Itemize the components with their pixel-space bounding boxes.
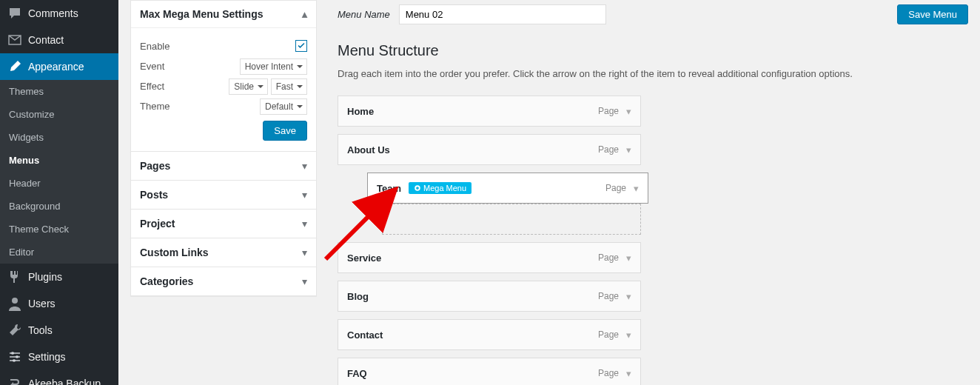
svg-point-2 [16, 355, 19, 358]
chevron-down-icon: ▾ [626, 106, 631, 117]
menu-structure-desc: Drag each item into the order you prefer… [338, 68, 968, 79]
sidebar-label: Contact [28, 34, 64, 46]
chevron-down-icon: ▾ [626, 144, 631, 155]
plug-icon [7, 270, 22, 284]
mail-icon [7, 33, 22, 47]
menu-item-home[interactable]: Home Page▾ [338, 96, 641, 127]
chevron-down-icon: ▾ [302, 160, 307, 172]
menu-item-team[interactable]: Team Mega Menu Page▾ [367, 173, 648, 204]
effect-select-2[interactable]: Fast [271, 81, 307, 92]
sidebar-sub-menus[interactable]: Menus [0, 149, 118, 172]
save-menu-button[interactable]: Save Menu [897, 4, 968, 24]
sidebar-sub-customize[interactable]: Customize [0, 103, 118, 126]
acc-custom-links[interactable]: Custom Links▾ [131, 238, 316, 267]
chevron-down-icon: ▾ [626, 368, 631, 379]
sidebar-item-tools[interactable]: Tools [0, 317, 118, 344]
mega-menu-settings-panel: Max Mega Menu Settings ▴ Enable Event Ho… [130, 0, 317, 152]
sidebar-item-settings[interactable]: Settings [0, 344, 118, 370]
menu-item-service[interactable]: Service Page▾ [338, 242, 641, 273]
menu-structure-title: Menu Structure [338, 42, 968, 59]
svg-point-0 [12, 298, 18, 304]
chevron-down-icon: ▾ [634, 183, 639, 194]
panel-title: Max Mega Menu Settings [140, 8, 263, 20]
sidebar-sub-editor[interactable]: Editor [0, 241, 118, 264]
acc-categories[interactable]: Categories▾ [131, 267, 316, 295]
menu-item-blog[interactable]: Blog Page▾ [338, 281, 641, 312]
event-select[interactable]: Hover Intent [240, 61, 307, 72]
settings-column: Max Mega Menu Settings ▴ Enable Event Ho… [118, 0, 326, 385]
sidebar-item-users[interactable]: Users [0, 290, 118, 317]
chevron-down-icon: ▾ [626, 291, 631, 302]
sidebar-sub-widgets[interactable]: Widgets [0, 126, 118, 149]
effect-select-1[interactable]: Slide [229, 81, 268, 92]
chevron-down-icon: ▾ [302, 218, 307, 230]
acc-project[interactable]: Project▾ [131, 210, 316, 238]
panel-header[interactable]: Max Mega Menu Settings ▴ [131, 1, 316, 27]
menu-item-faq[interactable]: FAQ Page▾ [338, 358, 641, 385]
user-icon [7, 296, 22, 311]
comment-icon [7, 6, 22, 21]
menu-item-list: Home Page▾ About Us Page▾ Team Mega Menu… [338, 96, 641, 385]
menu-name-input[interactable] [399, 4, 606, 24]
sidebar-item-akeeba[interactable]: Akeeba Backup [0, 370, 118, 385]
sidebar-sub-theme-check[interactable]: Theme Check [0, 218, 118, 241]
sliders-icon [7, 349, 22, 364]
menu-item-about[interactable]: About Us Page▾ [338, 134, 641, 165]
admin-sidebar: Comments Contact Appearance Themes Custo… [0, 0, 118, 385]
wrench-icon [7, 323, 22, 338]
theme-select[interactable]: Default [260, 101, 307, 112]
enable-label: Enable [140, 41, 170, 52]
topbar: Menu Name Save Menu [338, 0, 968, 36]
chevron-down-icon: ▾ [302, 189, 307, 201]
sidebar-sub-themes[interactable]: Themes [0, 80, 118, 103]
backup-icon [7, 376, 22, 385]
acc-posts[interactable]: Posts▾ [131, 181, 316, 209]
menu-name-label: Menu Name [338, 9, 390, 20]
sidebar-sub-header[interactable]: Header [0, 172, 118, 195]
save-settings-button[interactable]: Save [263, 121, 307, 141]
svg-point-1 [11, 352, 14, 355]
chevron-up-icon: ▴ [302, 8, 307, 20]
theme-label: Theme [140, 101, 170, 112]
menu-item-contact[interactable]: Contact Page▾ [338, 319, 641, 350]
chevron-down-icon: ▾ [626, 329, 631, 341]
acc-pages[interactable]: Pages▾ [131, 152, 316, 180]
sidebar-label: Akeeba Backup [28, 378, 101, 385]
sidebar-label: Settings [28, 351, 66, 363]
enable-checkbox[interactable] [295, 40, 307, 52]
sidebar-label: Plugins [28, 271, 62, 283]
sidebar-item-comments[interactable]: Comments [0, 0, 118, 27]
sidebar-item-contact[interactable]: Contact [0, 27, 118, 53]
chevron-down-icon: ▾ [302, 275, 307, 287]
mega-menu-badge[interactable]: Mega Menu [409, 182, 471, 194]
sidebar-label: Tools [28, 324, 53, 336]
sidebar-label: Users [28, 298, 56, 309]
effect-label: Effect [140, 81, 164, 92]
event-label: Event [140, 61, 164, 72]
chevron-down-icon: ▾ [626, 252, 631, 264]
drop-placeholder [382, 204, 641, 235]
main-content: Menu Name Save Menu Menu Structure Drag … [326, 0, 980, 385]
sidebar-item-plugins[interactable]: Plugins [0, 264, 118, 290]
sidebar-label: Comments [28, 7, 78, 19]
svg-point-3 [13, 359, 16, 362]
sidebar-sub-background[interactable]: Background [0, 195, 118, 218]
sidebar-item-appearance[interactable]: Appearance [0, 53, 118, 80]
sidebar-label: Appearance [28, 61, 84, 73]
chevron-down-icon: ▾ [302, 247, 307, 258]
brush-icon [7, 59, 22, 74]
